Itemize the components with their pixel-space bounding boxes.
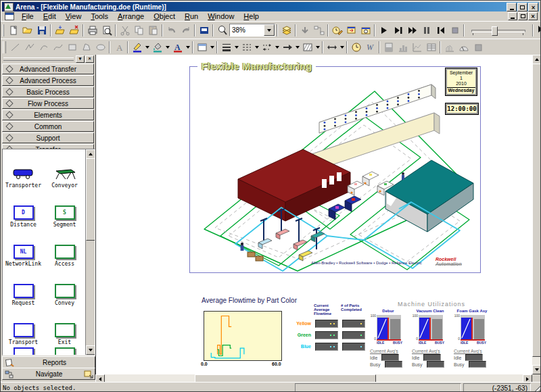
slider-thumb[interactable] [492,26,498,36]
window-color-dropdown[interactable] [209,41,215,54]
start-over-button[interactable] [433,24,448,37]
histogram-animate-button[interactable] [396,41,410,54]
connector-style-picker[interactable] [260,41,274,54]
maximize-button[interactable] [517,3,527,11]
line-tool[interactable] [8,41,22,54]
level-animate-button[interactable] [381,41,396,54]
panel-header-flow-process[interactable]: Flow Process [2,98,94,109]
template-item-request[interactable]: Request [3,267,44,306]
polyline-tool[interactable] [22,41,37,54]
model-canvas[interactable]: Flexible Manufacturing September 1 2010 … [95,55,532,374]
template-item-segment[interactable]: SSegment [44,189,85,228]
menu-help[interactable]: Help [239,11,264,21]
fill-pattern-dropdown[interactable] [314,41,321,54]
template-item-networklink[interactable]: NLNetworkLink [3,228,44,267]
minimize-button[interactable] [507,3,517,11]
scroll-down-button[interactable] [532,365,541,374]
speed-slider[interactable] [469,24,528,36]
zoom-button[interactable] [215,24,229,37]
menu-arrange[interactable]: Arrange [113,11,149,21]
save-button[interactable] [34,24,49,37]
fill-pattern-picker[interactable] [300,41,314,54]
display-button[interactable] [197,24,211,37]
arrow-style-dropdown[interactable] [294,41,300,54]
run-control-button[interactable] [358,24,373,37]
fill-color-picker[interactable] [150,41,164,54]
panel-header-advanced-transfer[interactable]: Advanced Transfer [2,64,94,74]
template-item-exit[interactable]: Exit [44,306,85,345]
line-width-dropdown[interactable] [233,41,239,54]
toolbar-grip[interactable] [3,41,6,53]
vertical-scroll-thumb[interactable] [532,64,541,357]
line-style-picker[interactable] [239,41,254,54]
scroll-thumb[interactable] [86,158,95,241]
panel-header-advanced-process[interactable]: Advanced Process [2,75,94,86]
menu-run[interactable]: Run [180,11,203,21]
redo-button[interactable] [179,24,193,37]
vertical-scrollbar[interactable] [532,55,541,374]
close-button[interactable]: × [528,3,538,11]
project-bar-pin-button[interactable]: ▾ [76,55,85,63]
panel-header-elements[interactable]: Elements [2,109,94,120]
variable-button[interactable]: W [363,41,377,54]
menu-file[interactable]: File [17,11,39,21]
title-bar[interactable]: Arena - [Flexible Manufacturing.doe (Run… [2,2,539,11]
menu-tools[interactable]: Tools [86,11,113,21]
new-button[interactable] [6,24,20,37]
cut-button[interactable] [118,24,132,37]
panel-header-common[interactable]: Common [2,121,94,132]
print-preview-button[interactable] [99,24,114,37]
navigate-tab[interactable]: Navigate [2,368,95,380]
mdi-minimize-button[interactable] [508,12,517,20]
document-icon[interactable] [5,12,14,20]
text-color-dropdown[interactable] [185,41,191,54]
stop-button[interactable] [448,24,462,37]
navigate-options-icon[interactable] [84,370,93,378]
line-color-picker[interactable] [130,41,144,54]
connections-button[interactable] [312,24,326,37]
square-animate-button[interactable] [471,41,485,54]
run-setup-button[interactable] [330,24,344,37]
line-color-dropdown[interactable] [144,41,150,54]
panel-header-basic-process[interactable]: Basic Process [2,87,94,97]
text-color-picker[interactable]: A [170,41,185,54]
template-item-partial[interactable] [3,345,44,356]
pause-button[interactable] [419,24,433,37]
scroll-down-button[interactable] [86,345,95,355]
project-bar-grip[interactable]: ▾ × [2,55,94,62]
menu-window[interactable]: Window [203,11,239,21]
menu-object[interactable]: Object [149,11,180,21]
go-button[interactable] [377,24,391,37]
fast-forward-button[interactable] [405,24,419,37]
panel-header-support[interactable]: Support [2,132,94,143]
submodel-button[interactable] [298,24,312,37]
scroll-up-button[interactable] [532,55,541,64]
template-item-transporter[interactable]: Transporter [3,149,44,189]
zoom-dropdown-button[interactable] [264,24,275,36]
detach-template-button[interactable] [67,24,81,37]
template-item-distance[interactable]: DDistance [3,189,44,228]
menu-view[interactable]: View [61,11,87,21]
template-item-access[interactable]: Access [44,228,85,267]
scoreboard-animate-button[interactable] [424,41,438,54]
mdi-close-button[interactable]: × [528,12,538,20]
fill-color-dropdown[interactable] [164,41,170,54]
polygon-tool[interactable] [79,41,93,54]
resize-grip[interactable] [533,384,541,392]
connector-style-dropdown[interactable] [274,41,280,54]
toolbar-grip[interactable] [3,24,4,36]
template-item-transport[interactable]: Transport [3,306,44,345]
undo-button[interactable] [164,24,179,37]
mdi-restore-button[interactable] [518,12,527,20]
open-button[interactable] [20,24,34,37]
window-color-picker[interactable] [195,41,209,54]
copy-button[interactable] [132,24,146,37]
line-style-dropdown[interactable] [254,41,260,54]
arrow-style-picker[interactable] [280,41,294,54]
text-tool[interactable]: A [112,41,126,54]
arrowheads-picker[interactable] [325,41,339,54]
arrowheads-dropdown[interactable] [339,41,345,54]
plot-animate-button[interactable] [410,41,424,54]
clock-button[interactable] [349,41,363,54]
template-item-partial[interactable] [44,345,85,356]
